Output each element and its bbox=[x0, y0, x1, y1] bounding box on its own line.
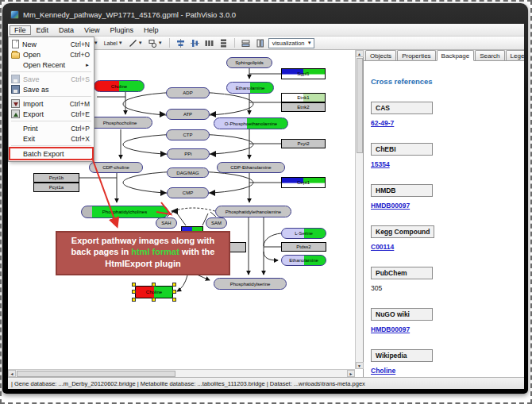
menu-item-label: Open Recent bbox=[23, 61, 65, 69]
pathway-node[interactable]: Pcyt1b bbox=[33, 173, 79, 183]
pathway-node[interactable]: Sgpl1 bbox=[281, 68, 326, 79]
title-bar[interactable]: Mm_Kennedy_pathway_WP1771_45176.gpml - P… bbox=[10, 7, 520, 21]
menu-item-import[interactable]: Import Ctrl+M bbox=[9, 98, 94, 109]
scrollbar-thumb[interactable] bbox=[17, 371, 175, 377]
pathway-node[interactable]: Ethanolamine bbox=[226, 82, 274, 94]
pathway-node[interactable]: ATP bbox=[166, 109, 210, 120]
align-middle-button[interactable] bbox=[189, 37, 201, 48]
crossref-link[interactable]: Choline bbox=[371, 367, 395, 375]
menu-item-print[interactable]: Print Ctrl+P bbox=[9, 123, 94, 133]
pathway-node[interactable]: CDP-choline bbox=[89, 162, 143, 173]
pathway-node[interactable]: CDP-Ethanolamine bbox=[217, 162, 285, 173]
pathway-node[interactable]: CMP bbox=[167, 187, 209, 198]
visualization-select[interactable]: visualization ▼ bbox=[268, 38, 314, 48]
align-center-button[interactable] bbox=[175, 37, 187, 48]
pathway-node[interactable]: Etnk2 bbox=[281, 102, 326, 112]
pathway-node[interactable]: Choline bbox=[94, 80, 145, 92]
selection-handle[interactable] bbox=[152, 283, 156, 287]
pathway-node[interactable]: Ethanolamine bbox=[281, 255, 326, 266]
menu-item-batch-export[interactable]: Batch Export bbox=[9, 148, 94, 160]
menu-separator bbox=[11, 121, 91, 121]
pathway-node[interactable]: Ptdss2 bbox=[281, 242, 326, 252]
crossref-link[interactable]: 62-49-7 bbox=[371, 119, 394, 127]
pathway-node[interactable]: DAG/MAG bbox=[167, 167, 209, 178]
canvas-horizontal-scrollbar[interactable]: ◄ ► bbox=[8, 369, 355, 377]
common-width-button[interactable] bbox=[240, 37, 252, 48]
pathway-node[interactable]: SAM bbox=[206, 217, 227, 229]
menu-item-open[interactable]: Open Ctrl+O bbox=[9, 49, 94, 60]
menu-item-label: Batch Export bbox=[23, 150, 64, 158]
menu-bar: File Edit Data View Plugins Help bbox=[8, 24, 524, 37]
crossref-link[interactable]: HMDB00097 bbox=[371, 325, 410, 333]
pathway-node[interactable]: PPi bbox=[167, 148, 210, 160]
menu-view[interactable]: View bbox=[79, 25, 104, 35]
blank-icon bbox=[11, 60, 20, 69]
tab-properties[interactable]: Properties bbox=[397, 50, 435, 60]
pathway-node[interactable]: Pcyt1a bbox=[33, 183, 79, 192]
app-window: Mm_Kennedy_pathway_WP1771_45176.gpml - P… bbox=[2, 3, 528, 394]
crossref-link[interactable]: C00114 bbox=[371, 243, 394, 251]
selection-handle[interactable] bbox=[172, 290, 176, 294]
selection-handle[interactable] bbox=[132, 283, 136, 287]
menu-help[interactable]: Help bbox=[139, 25, 164, 35]
pathway-node[interactable]: O-Phosphoethanolamine bbox=[214, 117, 288, 129]
menu-file[interactable]: File bbox=[10, 25, 31, 35]
pathway-node[interactable]: Phosphatidylserine bbox=[214, 278, 287, 290]
menu-data[interactable]: Data bbox=[54, 25, 79, 35]
selection-handle[interactable] bbox=[172, 298, 176, 302]
crossref-source-name: Kegg Compound bbox=[371, 225, 434, 238]
line-icon bbox=[129, 39, 137, 48]
menu-edit[interactable]: Edit bbox=[32, 25, 54, 35]
pathway-node[interactable]: CTP bbox=[166, 129, 210, 140]
menu-item-open-recent[interactable]: Open Recent ► bbox=[9, 60, 94, 70]
menu-item-shortcut: Ctrl+N bbox=[66, 40, 90, 48]
pathway-node[interactable]: Cept1 bbox=[281, 177, 326, 188]
crossref-section-cas: CAS 62-49-7 bbox=[371, 99, 524, 127]
common-height-button[interactable] bbox=[254, 37, 266, 48]
scroll-up-button[interactable]: ▲ bbox=[356, 50, 364, 57]
label-tool-button[interactable]: Label ▼ bbox=[102, 37, 125, 48]
tab-objects[interactable]: Objects bbox=[365, 50, 396, 60]
selection-handle[interactable] bbox=[152, 298, 156, 302]
distribute-horizontal-icon bbox=[205, 39, 214, 48]
distribute-horizontal-button[interactable] bbox=[203, 37, 215, 48]
menu-item-save: Save Ctrl+S bbox=[9, 74, 94, 84]
selection-handle[interactable] bbox=[172, 283, 176, 287]
crossref-link[interactable]: HMDB00097 bbox=[371, 202, 410, 210]
crossref-link[interactable]: 15354 bbox=[371, 160, 390, 168]
distribute-vertical-button[interactable] bbox=[218, 37, 229, 48]
tab-backpage[interactable]: Backpage bbox=[437, 50, 475, 61]
scroll-left-button[interactable]: ◄ bbox=[8, 370, 16, 377]
pathway-node[interactable]: Phosphatidylcholines bbox=[81, 206, 168, 218]
line-tool-button[interactable]: ▼ bbox=[127, 37, 145, 48]
visualization-value: visualization bbox=[272, 40, 305, 47]
menu-item-save-as[interactable]: Save as bbox=[9, 84, 94, 94]
pathway-node[interactable]: Etnk1 bbox=[281, 93, 326, 102]
pathway-node[interactable]: Pcyt2 bbox=[281, 139, 326, 148]
pathway-node[interactable]: Sphingolipids bbox=[226, 57, 272, 68]
pathway-node[interactable]: Phosphocholine bbox=[87, 117, 152, 129]
pathway-node[interactable]: L-Serine bbox=[281, 228, 326, 239]
crossref-section-hmdb: HMDB HMDB00097 bbox=[371, 182, 524, 210]
pathway-node[interactable]: Phosphatidylethanolamine bbox=[215, 206, 291, 217]
selection-handle[interactable] bbox=[132, 290, 136, 294]
selection-handle[interactable] bbox=[132, 298, 136, 302]
app-icon bbox=[10, 10, 19, 19]
scroll-right-button[interactable]: ► bbox=[347, 370, 355, 377]
menu-item-exit[interactable]: Exit Ctrl+X bbox=[9, 133, 94, 144]
menu-item-new[interactable]: New Ctrl+N bbox=[9, 39, 94, 49]
menu-item-shortcut: Ctrl+S bbox=[66, 75, 90, 83]
shape-tool-button[interactable]: ▼ bbox=[147, 37, 164, 48]
menu-plugins[interactable]: Plugins bbox=[105, 25, 138, 35]
pathway-node[interactable]: SAH bbox=[156, 217, 177, 229]
menu-item-label: Save bbox=[23, 75, 40, 83]
pathway-node[interactable]: ADP bbox=[166, 87, 210, 98]
pathway-node[interactable]: Choline bbox=[135, 286, 173, 298]
tab-search[interactable]: Search bbox=[475, 50, 504, 60]
scrollbar-thumb[interactable] bbox=[357, 58, 363, 153]
tab-legend[interactable]: Legend bbox=[506, 50, 524, 60]
file-menu-popup: New Ctrl+N Open Ctrl+O Open Recent ► Sav… bbox=[8, 37, 94, 162]
canvas-vertical-scrollbar[interactable]: ▲ ▼ bbox=[355, 50, 363, 369]
scroll-down-button[interactable]: ▼ bbox=[356, 362, 364, 369]
menu-item-export[interactable]: Export Ctrl+E bbox=[9, 109, 94, 119]
